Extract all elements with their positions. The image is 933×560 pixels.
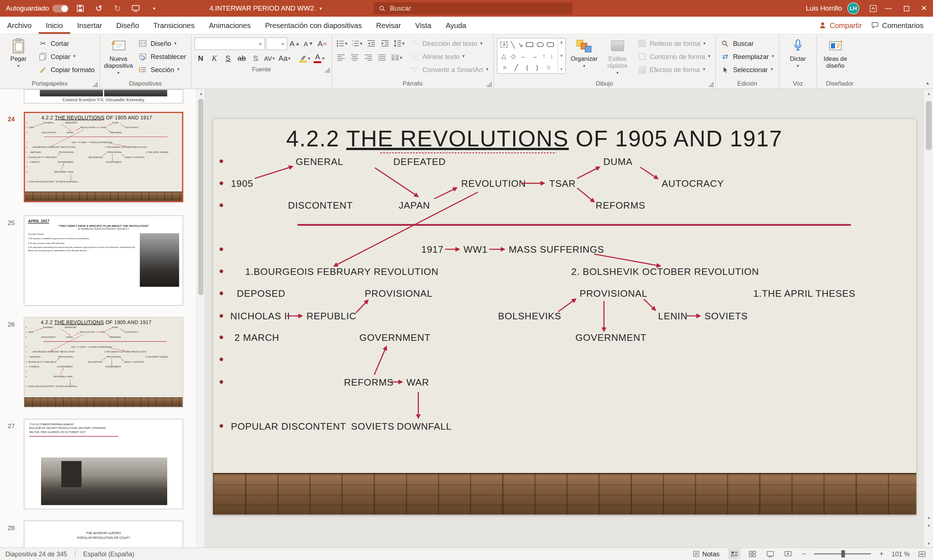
- map-node[interactable]: WAR: [406, 377, 429, 388]
- thumbnail-card-28[interactable]: THE WARSHIP AURORA POPULAR REVOLUTION OR…: [24, 521, 183, 548]
- map-node[interactable]: PROVISIONAL: [106, 356, 122, 358]
- map-node[interactable]: REVOLUTION: [80, 126, 95, 129]
- map-node[interactable]: MASS SUFFERINGS: [90, 346, 111, 348]
- map-arrow[interactable]: [109, 348, 125, 351]
- scroll-down-icon[interactable]: ▼: [924, 539, 933, 547]
- shape-line-icon[interactable]: ╲: [511, 41, 514, 48]
- map-node[interactable]: MASS SUFFERINGS: [91, 141, 112, 143]
- map-node[interactable]: 1917: [421, 244, 443, 255]
- slide-sorter-view-button[interactable]: [747, 548, 759, 559]
- map-arrow[interactable]: [106, 129, 110, 131]
- font-size-combo[interactable]: ▾: [266, 37, 287, 50]
- map-node[interactable]: PROVISIONAL: [579, 288, 647, 299]
- replace-button[interactable]: ⇄ Reemplazar ▾: [717, 51, 777, 63]
- shape-triangle-icon[interactable]: △: [502, 52, 506, 60]
- zoom-in-button[interactable]: +: [877, 550, 886, 558]
- map-node[interactable]: WW1: [463, 244, 488, 255]
- map-node[interactable]: DEPOSED: [30, 356, 41, 358]
- map-arrow[interactable]: [375, 168, 418, 196]
- map-node[interactable]: DUMA: [112, 122, 119, 124]
- map-node[interactable]: DISCONTENT: [288, 200, 353, 211]
- map-arrow[interactable]: [120, 328, 124, 331]
- autosave-toggle[interactable]: Autoguardado: [6, 5, 68, 12]
- collapse-ribbon-icon[interactable]: ▴: [927, 80, 929, 86]
- slide-number-25[interactable]: 25: [8, 219, 15, 226]
- map-node[interactable]: DEFEATED: [65, 326, 77, 328]
- map-arrow[interactable]: [102, 358, 106, 361]
- map-node[interactable]: JAPAN: [66, 336, 73, 338]
- map-arrow[interactable]: [577, 188, 594, 202]
- tab-ayuda[interactable]: Ayuda: [439, 17, 473, 34]
- tab-insertar[interactable]: Insertar: [70, 17, 109, 34]
- font-name-combo[interactable]: ▾: [194, 37, 265, 50]
- map-node[interactable]: DOWNFALL: [66, 385, 78, 388]
- font-dialog-launcher[interactable]: [325, 68, 329, 72]
- map-node[interactable]: GENERAL: [296, 156, 343, 167]
- slide-number-24[interactable]: 24: [8, 115, 15, 123]
- map-arrow[interactable]: [106, 333, 109, 336]
- map-node[interactable]: PROVISIONAL: [365, 288, 433, 299]
- map-node[interactable]: BOLSHEVIKS: [88, 361, 102, 363]
- map-arrow[interactable]: [254, 166, 292, 178]
- zoom-slider[interactable]: [814, 554, 871, 555]
- map-arrow[interactable]: [640, 167, 657, 178]
- tab-transiciones[interactable]: Transiciones: [146, 17, 202, 34]
- map-node[interactable]: POPULAR DISCONTENT: [28, 385, 54, 388]
- map-node[interactable]: REFORMS: [54, 171, 65, 173]
- paste-button[interactable]: Pegar ▾: [2, 35, 35, 78]
- map-node[interactable]: GOVERNMENT: [106, 161, 122, 163]
- user-name[interactable]: Luis Horrillo: [806, 5, 842, 12]
- clear-formatting-button[interactable]: A: [316, 38, 328, 50]
- italic-button[interactable]: K: [208, 52, 220, 65]
- map-node[interactable]: AUTOCRACY: [125, 126, 139, 129]
- slide-title[interactable]: 4.2.2 THE REVOLUTIONS OF 1905 AND 1917: [42, 115, 152, 120]
- map-arrow[interactable]: [594, 254, 660, 266]
- select-button[interactable]: Seleccionar ▾: [717, 64, 777, 76]
- map-node[interactable]: NICHOLAS II: [28, 361, 42, 363]
- tab-presentacion[interactable]: Presentación con diapositivas: [258, 17, 369, 34]
- shape-curve-icon[interactable]: ≈: [503, 64, 506, 71]
- map-node[interactable]: DOWNFALL: [66, 181, 78, 183]
- shape-diamond-icon[interactable]: ◇: [511, 52, 516, 60]
- tab-revisar[interactable]: Revisar: [369, 17, 408, 34]
- present-display-icon[interactable]: [129, 1, 142, 15]
- map-node[interactable]: DEFEATED: [65, 122, 77, 124]
- map-node[interactable]: 1917: [71, 346, 76, 348]
- shape-scribble-icon[interactable]: ╱: [514, 64, 518, 71]
- map-node[interactable]: DUMA: [604, 156, 633, 167]
- arrange-button[interactable]: Organizar ▾: [567, 35, 600, 78]
- map-arrow[interactable]: [57, 154, 59, 157]
- map-node[interactable]: PROVISIONAL: [58, 356, 74, 358]
- map-node[interactable]: REVOLUTION: [80, 331, 94, 333]
- highlight-color-button[interactable]: ▾: [298, 52, 311, 65]
- language-indicator[interactable]: Español (España): [83, 550, 134, 557]
- minimize-button[interactable]: —: [879, 0, 897, 17]
- map-node[interactable]: 1.THE APRIL THESES: [753, 288, 855, 299]
- find-button[interactable]: Buscar: [717, 37, 777, 49]
- map-node[interactable]: TSAR: [100, 126, 106, 129]
- map-node[interactable]: REFORMS: [110, 336, 121, 338]
- map-node[interactable]: GOVERNMENT: [575, 332, 647, 343]
- zoom-level[interactable]: 101 %: [891, 550, 910, 557]
- map-node[interactable]: GOVERNMENT: [57, 161, 74, 163]
- map-node[interactable]: DOWNFALL: [397, 421, 451, 432]
- align-left-button[interactable]: [335, 52, 347, 64]
- align-text-button[interactable]: Alinear texto ▾: [407, 51, 492, 63]
- tab-archivo[interactable]: Archivo: [0, 17, 38, 34]
- shape-rounded-rectangle-icon[interactable]: [547, 42, 554, 47]
- map-node[interactable]: 1.BOURGEOIS FEBRUARY REVOLUTION: [32, 351, 75, 353]
- tab-animaciones[interactable]: Animaciones: [202, 17, 258, 34]
- map-node[interactable]: DUMA: [111, 326, 118, 328]
- map-node[interactable]: BOLSHEVIKS: [88, 156, 103, 158]
- map-node[interactable]: TSAR: [99, 331, 105, 333]
- fit-to-window-icon[interactable]: [916, 548, 928, 559]
- map-node[interactable]: SOVIETS: [351, 421, 394, 432]
- main-scrollbar[interactable]: ▲ ▲ ▼ ▼: [924, 89, 933, 547]
- save-icon[interactable]: [74, 1, 87, 15]
- map-node[interactable]: REPUBLIC: [45, 361, 57, 363]
- change-case-button[interactable]: Aa▾: [277, 52, 292, 65]
- shape-ellipse-icon[interactable]: [536, 42, 544, 47]
- shape-arrow-line-icon[interactable]: ↘: [518, 41, 523, 48]
- tab-inicio[interactable]: Inicio: [38, 17, 70, 34]
- reset-button[interactable]: Restablecer: [135, 51, 189, 63]
